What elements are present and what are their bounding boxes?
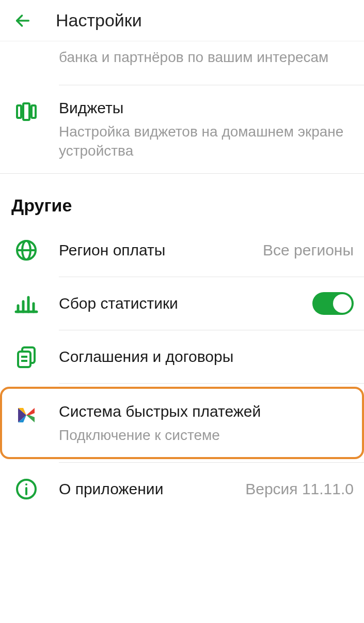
- divider: [59, 383, 364, 384]
- sbp-icon: [12, 401, 40, 429]
- statistics-toggle[interactable]: [312, 292, 354, 315]
- bar-chart-icon: [12, 290, 40, 317]
- page-title: Настройки: [56, 10, 142, 31]
- toggle-knob: [333, 294, 352, 313]
- app-header: Настройки: [0, 0, 364, 41]
- item-title: Виджеты: [59, 98, 354, 119]
- svg-rect-1: [17, 105, 21, 118]
- placeholder-icon: [12, 44, 40, 72]
- settings-item-widgets[interactable]: Виджеты Настройка виджетов на домашнем э…: [0, 85, 364, 173]
- settings-item-agreements[interactable]: Соглашения и договоры: [0, 330, 364, 383]
- item-value: Версия 11.11.0: [245, 480, 354, 498]
- widgets-icon: [12, 98, 40, 126]
- documents-icon: [12, 343, 40, 371]
- svg-marker-18: [26, 415, 35, 422]
- back-button[interactable]: [10, 8, 35, 33]
- svg-rect-2: [23, 103, 29, 120]
- settings-item-sbp[interactable]: Система быстрых платежей Подключение к с…: [2, 389, 362, 457]
- item-title: Система быстрых платежей: [59, 401, 352, 422]
- svg-rect-13: [18, 352, 30, 367]
- globe-icon: [12, 236, 40, 264]
- item-subtitle: Настройка виджетов на домашнем экране ус…: [59, 122, 354, 161]
- item-title: Сбор статистики: [59, 293, 312, 314]
- settings-item-about[interactable]: О приложении Версия 11.11.0: [0, 463, 364, 515]
- section-other-title: Другие: [0, 174, 364, 224]
- svg-point-23: [25, 483, 27, 485]
- settings-item-region[interactable]: Регион оплаты Все регионы: [0, 224, 364, 277]
- item-subtitle: банка и партнёров по вашим интересам: [59, 48, 354, 67]
- arrow-left-icon: [14, 12, 31, 29]
- svg-rect-3: [31, 105, 36, 118]
- settings-item-partial[interactable]: банка и партнёров по вашим интересам: [0, 44, 364, 85]
- info-icon: [12, 475, 40, 503]
- item-title: Регион оплаты: [59, 240, 257, 261]
- item-title: О приложении: [59, 479, 239, 500]
- settings-item-sbp-highlight: Система быстрых платежей Подключение к с…: [0, 387, 364, 459]
- item-subtitle: Подключение к системе: [59, 426, 352, 445]
- item-title: Соглашения и договоры: [59, 346, 354, 368]
- settings-list: банка и партнёров по вашим интересам Вид…: [0, 41, 364, 515]
- svg-marker-17: [26, 408, 35, 415]
- item-value: Все регионы: [263, 241, 354, 259]
- settings-item-statistics[interactable]: Сбор статистики: [0, 277, 364, 330]
